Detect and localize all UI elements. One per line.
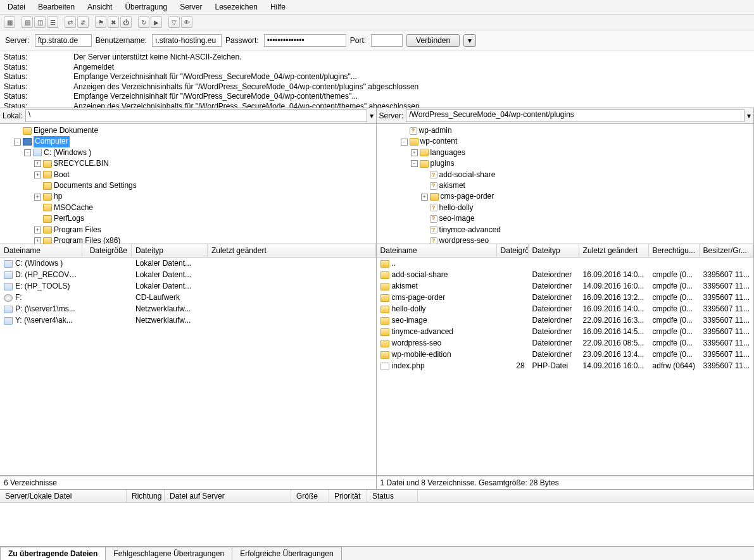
tree-label[interactable]: $RECYCLE.BIN bbox=[54, 158, 109, 169]
menu-hilfe[interactable]: Hilfe bbox=[265, 1, 291, 13]
list-row[interactable]: seo-image Dateiordner 22.09.2016 16:3...… bbox=[377, 314, 753, 326]
tb-toggle-log[interactable]: ▤ bbox=[22, 16, 33, 28]
expand-icon[interactable]: - bbox=[411, 160, 418, 167]
remote-tree[interactable]: ?wp-admin-wp-content+languages-plugins?a… bbox=[377, 124, 753, 244]
list-row[interactable]: .. bbox=[377, 258, 753, 269]
message-log[interactable]: Status:Der Server unterstützt keine Nich… bbox=[0, 51, 754, 108]
tree-node[interactable]: -Computer bbox=[4, 136, 376, 147]
tb-refresh[interactable]: ↻ bbox=[138, 16, 149, 28]
tree-node[interactable]: +cms-page-order bbox=[380, 191, 753, 202]
tree-node[interactable]: +languages bbox=[380, 147, 753, 158]
tb-sitemanager[interactable]: ▦ bbox=[4, 16, 15, 28]
tree-node[interactable]: -C: (Windows ) bbox=[4, 147, 376, 158]
remote-filelist[interactable]: DateinameDateigrößeDateitypZuletzt geänd… bbox=[377, 244, 753, 476]
tree-node[interactable]: PerfLogs bbox=[4, 213, 376, 224]
column-header[interactable]: Priorität bbox=[329, 490, 367, 502]
tree-node[interactable]: +$RECYCLE.BIN bbox=[4, 158, 376, 169]
menu-lesezeichen[interactable]: Lesezeichen bbox=[210, 1, 262, 13]
tree-label[interactable]: MSOCache bbox=[54, 202, 93, 213]
port-input[interactable] bbox=[371, 34, 403, 47]
tb-disconnect[interactable]: ⏻ bbox=[120, 16, 132, 28]
column-header[interactable]: Server/Lokale Datei bbox=[0, 490, 127, 502]
list-row[interactable]: index.php 28 PHP-Datei 14.09.2016 16:0..… bbox=[377, 360, 753, 371]
tree-label[interactable]: PerfLogs bbox=[54, 213, 84, 224]
tree-label[interactable]: Computer bbox=[34, 136, 70, 147]
tree-node[interactable]: ?tinymce-advanced bbox=[380, 225, 753, 235]
list-row[interactable]: hello-dolly Dateiordner 16.09.2016 14:0.… bbox=[377, 303, 753, 314]
queue-tab[interactable]: Zu übertragende Dateien bbox=[0, 547, 106, 560]
column-header[interactable]: Zuletzt geändert bbox=[208, 244, 376, 257]
tree-node[interactable]: ?add-social-share bbox=[380, 170, 753, 180]
local-path-input[interactable]: \ bbox=[25, 109, 367, 122]
queue-tab[interactable]: Fehlgeschlagene Übertragungen bbox=[105, 547, 232, 560]
tree-label[interactable]: wp-admin bbox=[419, 125, 452, 136]
queue-tab[interactable]: Erfolgreiche Übertragungen bbox=[232, 547, 341, 560]
tree-node[interactable]: +Program Files (x86) bbox=[4, 235, 376, 244]
column-header[interactable]: Dateityp bbox=[529, 244, 579, 257]
tree-node[interactable]: ?akismet bbox=[380, 180, 753, 191]
column-header[interactable]: Zuletzt geändert bbox=[579, 244, 649, 257]
column-header[interactable]: Status bbox=[367, 490, 418, 502]
tree-node[interactable]: +hp bbox=[4, 191, 376, 202]
tree-label[interactable]: seo-image bbox=[439, 213, 475, 224]
list-row[interactable]: F: CD-Laufwerk bbox=[0, 292, 376, 303]
list-row[interactable]: wordpress-seo Dateiordner 22.09.2016 08:… bbox=[377, 337, 753, 349]
column-header[interactable]: Dateigröße bbox=[497, 244, 529, 257]
expand-icon[interactable]: - bbox=[401, 139, 408, 146]
tree-label[interactable]: hello-dolly bbox=[439, 202, 474, 213]
chevron-down-icon[interactable]: ▾ bbox=[370, 111, 374, 120]
tree-node[interactable]: ?wp-admin bbox=[380, 125, 753, 136]
tree-label[interactable]: hp bbox=[54, 191, 62, 202]
tb-toggle-queue[interactable]: ☰ bbox=[47, 16, 58, 28]
tree-label[interactable]: Eigene Dokumente bbox=[34, 125, 98, 136]
connect-button[interactable]: Verbinden bbox=[406, 34, 460, 47]
list-row[interactable]: add-social-share Dateiordner 16.09.2016 … bbox=[377, 269, 753, 280]
tree-node[interactable]: +Program Files bbox=[4, 225, 376, 235]
tb-search[interactable]: 👁 bbox=[181, 16, 192, 28]
tree-node[interactable]: ?seo-image bbox=[380, 213, 753, 224]
tree-node[interactable]: ?wordpress-seo bbox=[380, 235, 753, 244]
tree-label[interactable]: Program Files bbox=[54, 225, 101, 235]
menu-bearbeiten[interactable]: Bearbeiten bbox=[33, 1, 80, 13]
tree-label[interactable]: cms-page-order bbox=[441, 191, 494, 202]
expand-icon[interactable]: + bbox=[34, 171, 41, 178]
column-header[interactable]: Dateigröße bbox=[82, 244, 132, 257]
column-header[interactable]: Datei auf Server bbox=[165, 490, 291, 502]
expand-icon[interactable]: - bbox=[24, 149, 31, 156]
tb-sync[interactable]: ⇄ bbox=[65, 16, 76, 28]
tree-label[interactable]: Boot bbox=[54, 170, 70, 180]
expand-icon[interactable]: + bbox=[34, 160, 41, 167]
list-row[interactable]: wp-mobile-edition Dateiordner 23.09.2016… bbox=[377, 349, 753, 360]
list-row[interactable]: akismet Dateiordner 14.09.2016 16:0... c… bbox=[377, 280, 753, 292]
menu-datei[interactable]: Datei bbox=[3, 1, 30, 13]
menu-übertragung[interactable]: Übertragung bbox=[120, 1, 172, 13]
list-row[interactable]: D: (HP_RECOVE... Lokaler Datent... bbox=[0, 269, 376, 280]
column-header[interactable]: Richtung bbox=[127, 490, 165, 502]
menu-server[interactable]: Server bbox=[175, 1, 207, 13]
tree-label[interactable]: akismet bbox=[439, 180, 465, 191]
expand-icon[interactable]: + bbox=[421, 194, 428, 201]
expand-icon[interactable]: + bbox=[34, 194, 41, 201]
user-input[interactable] bbox=[152, 34, 222, 47]
list-row[interactable]: tinymce-advanced Dateiordner 16.09.2016 … bbox=[377, 326, 753, 337]
tree-label[interactable]: plugins bbox=[430, 158, 455, 169]
tree-label[interactable]: C: (Windows ) bbox=[44, 147, 91, 158]
expand-icon[interactable]: - bbox=[14, 139, 21, 146]
server-input[interactable] bbox=[35, 34, 92, 47]
tb-process[interactable]: ▶ bbox=[151, 16, 162, 28]
list-row[interactable]: C: (Windows ) Lokaler Datent... bbox=[0, 258, 376, 269]
column-header[interactable]: Dateityp bbox=[132, 244, 208, 257]
local-filelist[interactable]: DateinameDateigrößeDateitypZuletzt geänd… bbox=[0, 244, 376, 476]
expand-icon[interactable]: + bbox=[34, 227, 41, 233]
chevron-down-icon[interactable]: ▾ bbox=[747, 111, 751, 120]
tree-node[interactable]: -plugins bbox=[380, 158, 753, 169]
column-header[interactable]: Berechtigu... bbox=[649, 244, 700, 257]
tree-label[interactable]: Documents and Settings bbox=[54, 180, 137, 191]
tree-node[interactable]: -wp-content bbox=[380, 136, 753, 147]
tree-node[interactable]: ?hello-dolly bbox=[380, 202, 753, 213]
column-header[interactable]: Dateiname bbox=[0, 244, 82, 257]
tree-node[interactable]: MSOCache bbox=[4, 202, 376, 213]
tree-label[interactable]: wordpress-seo bbox=[439, 235, 489, 244]
column-header[interactable]: Größe bbox=[291, 490, 329, 502]
tree-node[interactable]: +Boot bbox=[4, 170, 376, 180]
